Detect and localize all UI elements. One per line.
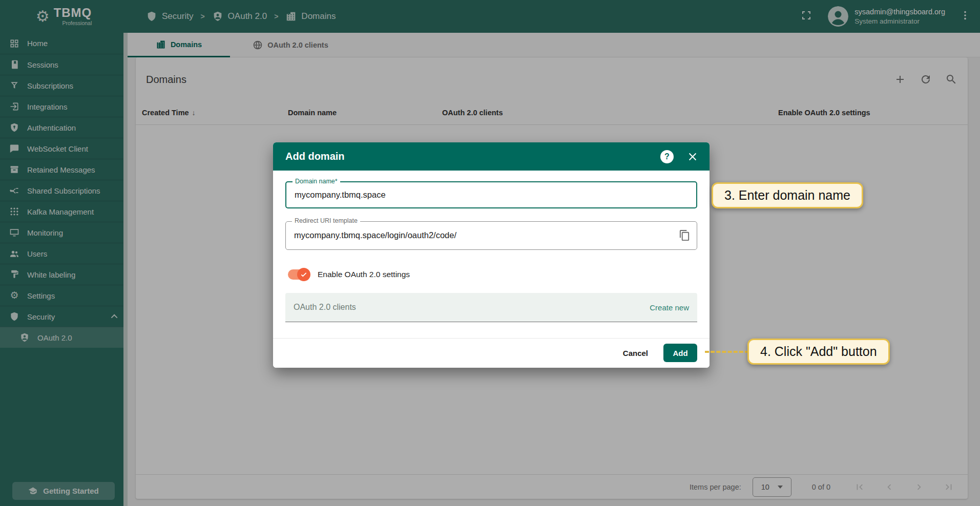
dialog-title: Add domain <box>285 151 345 162</box>
dialog-body: Domain name* mycompany.tbmq.space Redire… <box>273 171 710 368</box>
oauth-clients-label: OAuth 2.0 clients <box>294 303 356 312</box>
annotation-step4: 4. Click "Add" button <box>747 339 890 365</box>
redirect-uri-field[interactable]: Redirect URI template mycompany.tbmq.spa… <box>285 221 697 250</box>
domain-name-field[interactable]: Domain name* mycompany.tbmq.space <box>285 181 697 208</box>
add-domain-dialog: Add domain ? Domain name* mycompany.tbmq… <box>273 142 710 368</box>
close-dialog-button[interactable] <box>687 151 698 162</box>
create-new-link[interactable]: Create new <box>650 303 689 312</box>
add-button[interactable]: Add <box>663 344 697 362</box>
help-icon: ? <box>664 152 670 161</box>
domain-name-input[interactable]: mycompany.tbmq.space <box>286 182 696 207</box>
redirect-uri-label: Redirect URI template <box>292 217 360 224</box>
annotation-connector-line <box>705 351 749 353</box>
copy-icon <box>679 229 691 241</box>
dialog-footer: Cancel Add <box>273 338 710 368</box>
dialog-header: Add domain ? <box>273 142 710 171</box>
redirect-uri-input[interactable]: mycompany.tbmq.space/login/oauth2/code/ <box>286 222 697 249</box>
enable-oauth-toggle[interactable] <box>288 269 309 280</box>
close-icon <box>687 151 698 162</box>
check-icon <box>300 271 307 278</box>
oauth-clients-field[interactable]: OAuth 2.0 clients Create new <box>285 293 697 322</box>
copy-button[interactable] <box>679 229 691 243</box>
tbmq-app: ⚙ TBMQ Professional Security > OAuth 2.0… <box>0 0 980 506</box>
domain-name-label: Domain name* <box>293 178 340 185</box>
enable-oauth-toggle-label: Enable OAuth 2.0 settings <box>318 270 410 279</box>
enable-oauth-toggle-row: Enable OAuth 2.0 settings <box>288 267 410 282</box>
help-button[interactable]: ? <box>660 150 674 163</box>
cancel-button[interactable]: Cancel <box>623 349 648 357</box>
annotation-step3: 3. Enter domain name <box>712 182 863 208</box>
